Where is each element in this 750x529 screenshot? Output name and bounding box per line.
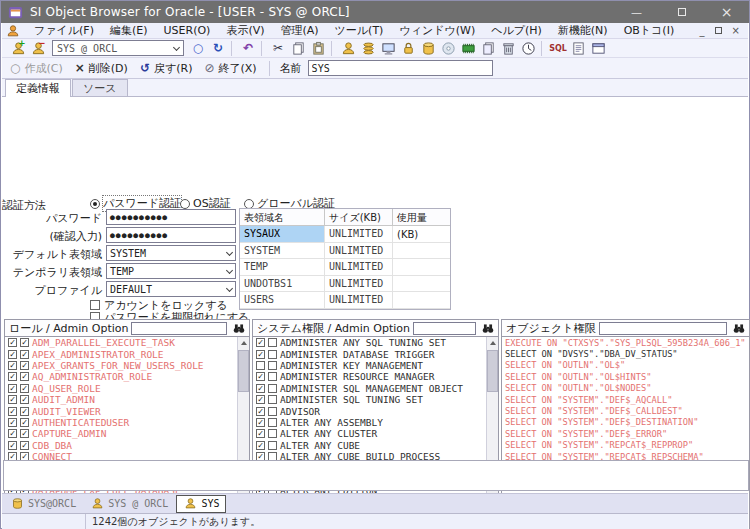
clock-icon[interactable]: [518, 40, 538, 57]
granted-checkbox[interactable]: ✓: [8, 384, 17, 393]
admin-option-checkbox[interactable]: ✓: [20, 441, 29, 450]
paste-icon[interactable]: [308, 40, 328, 57]
search-binoculars-icon[interactable]: [730, 321, 747, 336]
granted-checkbox[interactable]: ✓: [8, 429, 17, 438]
menu-item[interactable]: ツール(T): [327, 23, 392, 39]
list-item[interactable]: EXECUTE ON "CTXSYS"."SYS_PLSQL_595B234A_…: [502, 337, 749, 348]
list-item[interactable]: ✓ALTER ANY CUBE: [253, 440, 498, 451]
script-icon[interactable]: [568, 40, 588, 57]
user-remove-icon[interactable]: −: [28, 40, 48, 57]
list-item[interactable]: ✓ADMINISTER SQL TUNING SET: [253, 394, 498, 405]
menu-item[interactable]: ファイル(F): [26, 23, 102, 39]
granted-checkbox[interactable]: ✓: [256, 407, 265, 416]
list-item[interactable]: ✓ADMINISTER DATABASE TRIGGER: [253, 348, 498, 359]
password-field[interactable]: ●●●●●●●●●●: [106, 227, 236, 243]
tablespace-select[interactable]: DEFAULT: [106, 281, 236, 297]
lock-icon[interactable]: [398, 40, 418, 57]
close-button[interactable]: ×: [704, 1, 749, 23]
user-add-icon[interactable]: +: [8, 40, 28, 57]
delete-button[interactable]: ×削除(D): [75, 61, 128, 76]
admin-option-checkbox[interactable]: [268, 338, 277, 347]
pages-icon[interactable]: [478, 40, 498, 57]
window-tab[interactable]: SYS @ ORCL: [84, 495, 174, 513]
admin-option-checkbox[interactable]: ✓: [20, 372, 29, 381]
close-button[interactable]: ⊘終了(X): [204, 61, 256, 76]
list-item[interactable]: ✓✓AUDIT_ADMIN: [5, 394, 249, 405]
granted-checkbox[interactable]: ✓: [256, 350, 265, 359]
admin-option-checkbox[interactable]: ✓: [20, 429, 29, 438]
granted-checkbox[interactable]: ✓: [8, 418, 17, 427]
user-icon[interactable]: [338, 40, 358, 57]
column-icon[interactable]: [418, 40, 438, 57]
maximize-button[interactable]: [659, 1, 704, 23]
list-item[interactable]: SELECT ON "SYSTEM"."DEF$_DESTINATION": [502, 417, 749, 428]
tab-source[interactable]: ソース: [72, 79, 128, 96]
list-item[interactable]: SELECT ON "OUTLN"."OL$": [502, 360, 749, 371]
admin-option-checkbox[interactable]: [268, 384, 277, 393]
mdi-close-button[interactable]: ×: [732, 25, 740, 36]
system-privs-filter-input[interactable]: [413, 322, 476, 335]
granted-checkbox[interactable]: ✓: [8, 361, 17, 370]
table-row[interactable]: SYSTEMUNLIMITED: [240, 243, 450, 260]
list-item[interactable]: ✓✓AQ_USER_ROLE: [5, 383, 249, 394]
admin-option-checkbox[interactable]: [268, 441, 277, 450]
trash-icon[interactable]: [498, 40, 518, 57]
admin-option-checkbox[interactable]: ✓: [20, 338, 29, 347]
granted-checkbox[interactable]: ✓: [256, 338, 265, 347]
scroll-thumb[interactable]: [487, 350, 498, 392]
admin-option-checkbox[interactable]: ✓: [20, 361, 29, 370]
revert-button[interactable]: ↺戻す(R): [140, 61, 193, 76]
admin-option-checkbox[interactable]: ✓: [20, 384, 29, 393]
window-tab[interactable]: SYS: [176, 495, 226, 513]
menu-item[interactable]: USER(O): [156, 23, 219, 39]
admin-option-checkbox[interactable]: ✓: [20, 350, 29, 359]
session-circle-icon[interactable]: ○: [188, 40, 208, 57]
list-item[interactable]: SELECT ON "OUTLN"."OL$HINTS": [502, 371, 749, 382]
tablespace-select[interactable]: SYSTEM: [106, 245, 236, 261]
granted-checkbox[interactable]: ✓: [8, 407, 17, 416]
cut-icon[interactable]: ✂: [268, 40, 288, 57]
admin-option-checkbox[interactable]: ✓: [20, 407, 29, 416]
window-icon[interactable]: [588, 40, 608, 57]
list-item[interactable]: ✓✓CAPTURE_ADMIN: [5, 428, 249, 439]
column-header[interactable]: サイズ(KB): [325, 209, 393, 226]
list-item[interactable]: SELECT ON "SYSTEM"."REPCAT$_REPPROP": [502, 440, 749, 451]
granted-checkbox[interactable]: [256, 361, 265, 370]
copy-icon[interactable]: [288, 40, 308, 57]
list-item[interactable]: ✓✓ADM_PARALLEL_EXECUTE_TASK: [5, 337, 249, 348]
search-binoculars-icon[interactable]: [230, 321, 247, 336]
admin-option-checkbox[interactable]: ✓: [20, 395, 29, 404]
table-row[interactable]: SYSAUXUNLIMITED: [240, 226, 450, 243]
tables-icon[interactable]: [358, 40, 378, 57]
search-binoculars-icon[interactable]: [479, 321, 496, 336]
window-tab[interactable]: SYS@ORCL: [4, 495, 82, 513]
admin-option-checkbox[interactable]: [268, 372, 277, 381]
admin-option-checkbox[interactable]: [268, 418, 277, 427]
admin-option-checkbox[interactable]: ✓: [20, 418, 29, 427]
list-item[interactable]: ✓ADMINISTER SQL MANAGEMENT OBJECT: [253, 383, 498, 394]
table-row[interactable]: UNDOTBS1UNLIMITED: [240, 276, 450, 293]
admin-option-checkbox[interactable]: [268, 429, 277, 438]
list-item[interactable]: ✓✓AUTHENTICATEDUSER: [5, 417, 249, 428]
granted-checkbox[interactable]: ✓: [256, 441, 265, 450]
scroll-up-button[interactable]: [487, 337, 498, 349]
granted-checkbox[interactable]: ✓: [8, 338, 17, 347]
admin-option-checkbox[interactable]: [268, 407, 277, 416]
menu-item[interactable]: OBトコ(I): [616, 23, 683, 39]
admin-option-checkbox[interactable]: [268, 361, 277, 370]
undo-icon[interactable]: ↶: [238, 40, 258, 57]
list-item[interactable]: ✓✓CDB_DBA: [5, 440, 249, 451]
list-item[interactable]: ✓ADMINISTER RESOURCE MANAGER: [253, 371, 498, 382]
granted-checkbox[interactable]: ✓: [8, 441, 17, 450]
table-row[interactable]: USERSUNLIMITED: [240, 292, 450, 309]
list-item[interactable]: ✓✓APEX_ADMINISTRATOR_ROLE: [5, 348, 249, 359]
menu-item[interactable]: 新機能(N): [550, 23, 616, 39]
roles-filter-input[interactable]: [131, 322, 227, 335]
list-item[interactable]: ✓✓AUDIT_VIEWER: [5, 405, 249, 416]
computer-icon[interactable]: [378, 40, 398, 57]
cd-icon[interactable]: [438, 40, 458, 57]
menu-item[interactable]: ウィンドウ(W): [391, 23, 483, 39]
mdi-minimize-button[interactable]: _: [700, 25, 705, 36]
list-item[interactable]: ✓ADVISOR: [253, 405, 498, 416]
password-field[interactable]: ●●●●●●●●●●: [106, 209, 236, 225]
